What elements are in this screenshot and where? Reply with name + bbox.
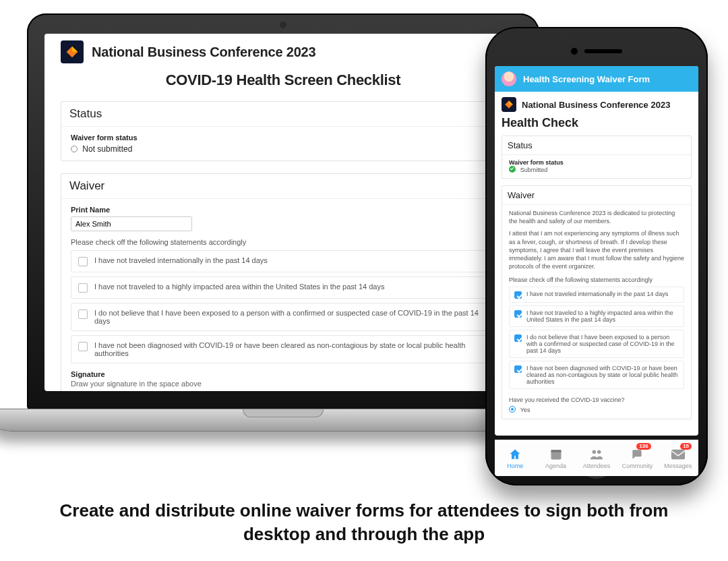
status-submitted-icon: [509, 166, 516, 173]
waiver-check-2-text: I have not traveled to a highly impacted…: [94, 283, 384, 291]
svg-marker-3: [509, 100, 513, 105]
vaccine-yes-label: Yes: [520, 407, 530, 413]
mobile-waiver-check-1[interactable]: I have not traveled internationally in t…: [509, 287, 684, 303]
mobile-waiver-check-1-text: I have not traveled internationally in t…: [526, 291, 668, 299]
checkbox-checked-icon[interactable]: [514, 334, 522, 342]
desktop-brand-row: National Business Conference 2023: [61, 40, 506, 63]
radio-checked-icon[interactable]: [509, 406, 516, 413]
mobile-header-title: Health Screening Waiver Form: [523, 74, 650, 84]
checkbox-icon[interactable]: [78, 283, 88, 293]
waiver-panel-title: Waiver: [61, 174, 505, 199]
mobile-waiver-check-4-text: I have not been diagnosed with COVID-19 …: [526, 365, 679, 385]
vaccine-question: Have you received the COVID-19 vaccine?: [509, 396, 684, 404]
waiver-instruction: Please check off the following statement…: [71, 238, 495, 246]
marketing-caption: Create and distribute online waiver form…: [0, 499, 728, 546]
laptop-camera: [280, 22, 286, 28]
phone-speaker: [584, 49, 622, 53]
waiver-check-2[interactable]: I have not traveled to a highly impacted…: [71, 276, 495, 299]
phone-top-bar: [495, 36, 698, 66]
waiver-check-3[interactable]: I do not believe that I have been expose…: [71, 303, 495, 331]
event-logo: [61, 40, 84, 63]
mobile-status-panel: Status Waiver form status Submitted: [502, 136, 692, 179]
waiver-check-1-text: I have not traveled internationally in t…: [94, 256, 268, 264]
mobile-brand-row: National Business Conference 2023: [502, 97, 692, 112]
waiver-status-value: Not submitted: [71, 144, 495, 154]
checkbox-icon[interactable]: [78, 342, 88, 351]
mobile-page-title: Health Check: [502, 116, 692, 130]
laptop-lid: National Business Conference 2023 COVID-…: [27, 13, 539, 410]
svg-marker-1: [72, 47, 78, 52]
print-name-label: Print Name: [71, 206, 495, 214]
status-unsubmitted-icon: [71, 146, 78, 152]
waiver-status-text: Not submitted: [82, 144, 132, 154]
waiver-check-3-text: I do not believe that I have been expose…: [94, 309, 488, 325]
mobile-status-value: Submitted: [509, 166, 684, 174]
print-name-input[interactable]: [71, 216, 192, 231]
phone-camera: [571, 48, 578, 55]
mobile-waiver-instruction: Please check off the following statement…: [509, 276, 684, 284]
mobile-waiver-check-3[interactable]: I do not believe that I have been expose…: [509, 330, 684, 358]
checkbox-icon[interactable]: [78, 309, 88, 319]
mobile-status-title: Status: [502, 136, 691, 155]
checkbox-checked-icon[interactable]: [514, 291, 522, 299]
page-title: COVID-19 Health Screen Checklist: [61, 71, 506, 89]
waiver-check-4[interactable]: I have not been diagnosed with COVID-19 …: [71, 335, 495, 363]
mobile-status-label: Waiver form status: [509, 159, 684, 166]
mobile-waiver-intro2: I attest that I am not experiencing any …: [509, 229, 684, 270]
event-logo: [502, 97, 516, 112]
waiver-panel: Waiver Print Name Please check off the f…: [61, 173, 506, 391]
mobile-screen: Health Screening Waiver Form National Bu…: [495, 66, 698, 436]
mobile-header: Health Screening Waiver Form: [495, 66, 698, 92]
mobile-waiver-title: Waiver: [502, 186, 691, 205]
laptop-mockup: National Business Conference 2023 COVID-…: [27, 13, 539, 432]
event-title: National Business Conference 2023: [92, 45, 315, 60]
waiver-check-4-text: I have not been diagnosed with COVID-19 …: [94, 341, 488, 357]
mobile-waiver-panel: Waiver National Business Conference 2023…: [502, 185, 692, 419]
mobile-waiver-intro1: National Business Conference 2023 is ded…: [509, 209, 684, 225]
signature-label: Signature: [71, 370, 495, 378]
checkbox-checked-icon[interactable]: [514, 365, 522, 373]
desktop-screen: National Business Conference 2023 COVID-…: [44, 34, 522, 391]
mobile-waiver-check-2-text: I have not traveled to a highly impacted…: [526, 309, 679, 323]
waiver-status-label: Waiver form status: [71, 134, 495, 142]
mobile-waiver-check-2[interactable]: I have not traveled to a highly impacted…: [509, 305, 684, 327]
signature-hint: Draw your signature in the space above: [71, 380, 495, 388]
status-panel-title: Status: [61, 102, 505, 127]
checkbox-icon[interactable]: [78, 257, 88, 266]
checkbox-checked-icon[interactable]: [514, 310, 522, 318]
status-panel: Status Waiver form status Not submitted: [61, 101, 506, 161]
waiver-check-1[interactable]: I have not traveled internationally in t…: [71, 250, 495, 272]
mobile-waiver-check-3-text: I do not believe that I have been expose…: [526, 334, 679, 354]
phone-mockup: Health Screening Waiver Form National Bu…: [485, 27, 708, 485]
laptop-trackpad-notch: [243, 409, 324, 417]
mobile-event-title: National Business Conference 2023: [522, 100, 670, 110]
mobile-status-text: Submitted: [520, 167, 548, 173]
user-avatar[interactable]: [502, 71, 516, 86]
mobile-waiver-check-4[interactable]: I have not been diagnosed with COVID-19 …: [509, 361, 684, 389]
vaccine-yes-option[interactable]: Yes: [509, 406, 684, 414]
